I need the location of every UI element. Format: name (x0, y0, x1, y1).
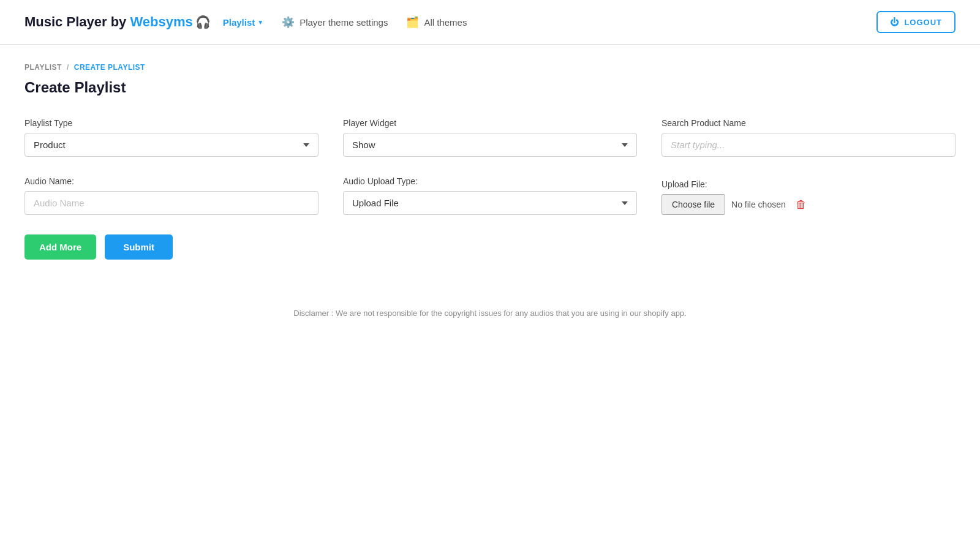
header: Music Player by Websyms 🎧 Playlist ▼ ⚙️ … (0, 0, 980, 45)
add-more-button[interactable]: Add More (24, 234, 96, 260)
search-product-group: Search Product Name (662, 118, 956, 157)
audio-name-input[interactable] (24, 191, 318, 215)
nav-all-themes-label: All themes (424, 17, 467, 28)
breadcrumb: PLAYLIST / CREATE PLAYLIST (24, 63, 956, 72)
playlist-type-select[interactable]: Product Album Artist (24, 133, 318, 157)
footer-disclaimer: Disclamer : We are not responsible for t… (24, 309, 956, 318)
nav-theme-settings-label: Player theme settings (300, 17, 388, 28)
headphone-icon: 🎧 (195, 15, 211, 29)
nav-playlist[interactable]: Playlist ▼ (223, 17, 263, 28)
no-file-text: No file chosen (731, 200, 786, 209)
all-themes-icon: 🗂️ (406, 16, 419, 29)
choose-file-button[interactable]: Choose file (662, 194, 725, 215)
delete-icon[interactable]: 🗑 (796, 198, 807, 211)
brand-main: Music Player by (24, 14, 130, 29)
audio-name-label: Audio Name: (24, 176, 318, 186)
form-row-2: Audio Name: Audio Upload Type: Upload Fi… (24, 176, 956, 215)
upload-file-label: Upload File: (662, 179, 956, 189)
nav-theme-settings[interactable]: ⚙️ Player theme settings (282, 16, 388, 29)
brand-text: Music Player by Websyms (24, 14, 193, 30)
playlist-type-label: Playlist Type (24, 118, 318, 128)
audio-name-group: Audio Name: (24, 176, 318, 215)
chevron-down-icon: ▼ (257, 19, 263, 26)
brand-colored: Websyms (130, 14, 192, 29)
file-upload-row: Choose file No file chosen 🗑 (662, 194, 956, 215)
logout-button[interactable]: ⏻ LOGOUT (876, 11, 956, 33)
playlist-type-group: Playlist Type Product Album Artist (24, 118, 318, 157)
submit-button[interactable]: Submit (105, 234, 173, 260)
player-widget-select[interactable]: Show Hide (343, 133, 637, 157)
player-widget-group: Player Widget Show Hide (343, 118, 637, 157)
theme-settings-icon: ⚙️ (282, 16, 295, 29)
breadcrumb-parent[interactable]: PLAYLIST (24, 63, 62, 72)
disclaimer-text: Disclamer : We are not responsible for t… (293, 309, 686, 318)
audio-upload-type-label: Audio Upload Type: (343, 176, 637, 186)
form-row-1: Playlist Type Product Album Artist Playe… (24, 118, 956, 157)
search-product-input[interactable] (662, 133, 956, 157)
audio-upload-type-group: Audio Upload Type: Upload File URL (343, 176, 637, 215)
action-row: Add More Submit (24, 234, 956, 260)
nav-playlist-label: Playlist (223, 17, 255, 28)
player-widget-label: Player Widget (343, 118, 637, 128)
logout-label: LOGOUT (904, 18, 942, 27)
search-product-label: Search Product Name (662, 118, 956, 128)
upload-file-group: Upload File: Choose file No file chosen … (662, 179, 956, 215)
breadcrumb-separator: / (67, 63, 69, 72)
page-title: Create Playlist (24, 79, 956, 96)
main-content: PLAYLIST / CREATE PLAYLIST Create Playli… (0, 45, 980, 336)
nav-all-themes[interactable]: 🗂️ All themes (406, 16, 467, 29)
power-icon: ⏻ (890, 17, 899, 27)
breadcrumb-current: CREATE PLAYLIST (74, 63, 145, 72)
audio-upload-type-select[interactable]: Upload File URL (343, 191, 637, 215)
